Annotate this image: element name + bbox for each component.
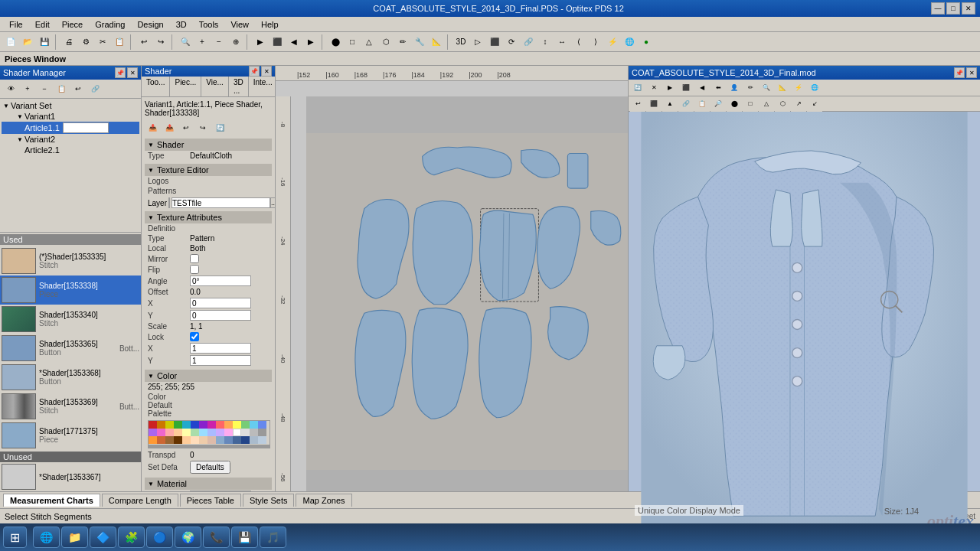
3d-tb21[interactable]: △: [759, 96, 774, 112]
menu-tools[interactable]: Tools: [193, 18, 225, 31]
3d-tb13[interactable]: ↩: [630, 96, 645, 112]
print-button[interactable]: 🖨: [61, 34, 77, 50]
color-cell[interactable]: [157, 436, 165, 444]
menu-3d[interactable]: 3D: [170, 18, 193, 31]
tb-3d2[interactable]: ▷: [470, 34, 485, 50]
3d-tb11[interactable]: ⚡: [791, 80, 806, 96]
view3d-pin[interactable]: 📌: [954, 67, 965, 78]
color-cell[interactable]: [250, 436, 258, 444]
taskbar-app6[interactable]: 💾: [231, 527, 258, 548]
color-cell[interactable]: [258, 429, 266, 436]
shader-tb2[interactable]: 📤: [162, 120, 177, 135]
3d-tb7[interactable]: 👤: [727, 80, 742, 96]
tb-3d9[interactable]: ⟩: [588, 34, 603, 50]
tb-3d10[interactable]: ⚡: [605, 34, 620, 50]
shader-row-1353368[interactable]: *Shader[1353368] Button: [0, 363, 141, 392]
tb-3d8[interactable]: ⟨: [571, 34, 586, 50]
save-button[interactable]: 💾: [37, 34, 52, 50]
tb-btn5[interactable]: ↪: [153, 34, 168, 50]
tb-btn4[interactable]: ↩: [136, 34, 152, 50]
tb-3d3[interactable]: ⬛: [487, 34, 502, 50]
shader-row-1353365[interactable]: Shader[1353365] Button Bott...: [0, 334, 141, 363]
menu-file[interactable]: File: [3, 18, 29, 31]
color-cell[interactable]: [224, 436, 233, 444]
taskbar-app3[interactable]: 🔵: [146, 527, 173, 548]
3d-tb8[interactable]: ✏: [743, 80, 758, 96]
color-cell[interactable]: [224, 429, 233, 436]
menu-design[interactable]: Design: [131, 18, 169, 31]
3d-tb15[interactable]: ▲: [662, 96, 678, 112]
shader-tb3[interactable]: ↩: [178, 120, 194, 135]
color-cell[interactable]: [241, 436, 250, 444]
color-cell[interactable]: [149, 421, 157, 429]
tab-3d[interactable]: 3D ...: [229, 77, 249, 96]
article1-item[interactable]: Article1.1: [2, 122, 139, 134]
color-cell[interactable]: [216, 429, 224, 436]
tb-3d6[interactable]: ↕: [537, 34, 553, 50]
tab-inte[interactable]: Inte...: [249, 77, 276, 96]
taskbar-files[interactable]: 📁: [61, 527, 88, 548]
view3d-close[interactable]: ✕: [966, 67, 977, 78]
3d-tb20[interactable]: □: [743, 96, 758, 112]
shader-row-unused-1353367[interactable]: *Shader[1353367]: [0, 462, 141, 491]
tb-btn3[interactable]: 📋: [112, 34, 127, 50]
color-cell[interactable]: [174, 421, 182, 429]
color-cell[interactable]: [191, 429, 199, 436]
article1-input[interactable]: [63, 122, 109, 133]
3d-tb22[interactable]: ⬡: [775, 96, 790, 112]
color-cell[interactable]: [233, 429, 241, 436]
taskbar-app4[interactable]: 🌍: [175, 527, 201, 548]
color-cell[interactable]: [199, 421, 207, 429]
tb-btn12[interactable]: ◀: [286, 34, 302, 50]
3d-tb2[interactable]: ✕: [646, 80, 662, 96]
menu-edit[interactable]: Edit: [29, 18, 56, 31]
minimize-button[interactable]: —: [931, 2, 945, 15]
shader-row-1353340[interactable]: Shader[1353340] Stitch: [0, 305, 141, 334]
variant1-item[interactable]: ▼ Variant1: [2, 111, 139, 122]
menu-view[interactable]: View: [224, 18, 255, 31]
lock-checkbox[interactable]: [190, 332, 199, 341]
color-cell[interactable]: [241, 429, 250, 436]
shader-tb1[interactable]: 📥: [145, 120, 160, 135]
3d-tb9[interactable]: 🔍: [759, 80, 774, 96]
color-cell[interactable]: [165, 436, 174, 444]
flip-checkbox[interactable]: [190, 265, 199, 274]
layer-input[interactable]: [172, 197, 270, 208]
3d-tb6[interactable]: ⬅: [710, 80, 726, 96]
color-cell[interactable]: [199, 429, 207, 436]
color-cell[interactable]: [233, 436, 241, 444]
3d-tb14[interactable]: ⬛: [646, 96, 662, 112]
color-cell[interactable]: [182, 429, 191, 436]
x-input[interactable]: [190, 298, 251, 308]
y-input[interactable]: [190, 310, 251, 321]
color-cell[interactable]: [174, 436, 182, 444]
new-button[interactable]: 📄: [3, 34, 18, 50]
sm-btn6[interactable]: 🔗: [87, 81, 103, 96]
color-cell[interactable]: [157, 421, 165, 429]
shader-row-1771375[interactable]: Shader[1771375] Piece: [0, 421, 141, 450]
sm-btn2[interactable]: +: [20, 81, 35, 96]
taskbar-app5[interactable]: 📞: [203, 527, 230, 548]
mirror-checkbox[interactable]: [190, 254, 199, 263]
color-cell[interactable]: [216, 421, 224, 429]
tb-btn18[interactable]: ✏: [395, 34, 410, 50]
maximize-button[interactable]: □: [946, 2, 960, 15]
3d-tb23[interactable]: ↗: [791, 96, 806, 112]
3d-tb24[interactable]: ↙: [807, 96, 822, 112]
angle-input[interactable]: [190, 276, 251, 286]
tb-btn2[interactable]: ✂: [95, 34, 110, 50]
color-cell[interactable]: [182, 421, 191, 429]
canvas-main[interactable]: [306, 96, 628, 491]
texture-editor-header[interactable]: ▼ Texture Editor: [145, 164, 272, 176]
color-cell[interactable]: [207, 436, 216, 444]
tb-btn9[interactable]: ⊕: [228, 34, 243, 50]
tb-3d4[interactable]: ⟳: [504, 34, 519, 50]
tb-btn11[interactable]: ⬛: [270, 34, 285, 50]
3d-tb3[interactable]: ▶: [662, 80, 678, 96]
3d-tb1[interactable]: 🔄: [630, 80, 645, 96]
shader-panel-close[interactable]: ✕: [261, 66, 272, 77]
lock-x-input[interactable]: [190, 343, 251, 354]
tab-pieces-table[interactable]: Pieces Table: [180, 494, 241, 507]
sm-btn1[interactable]: 👁: [3, 81, 18, 96]
shader-row-1353338[interactable]: Shader[1353338] Piece: [0, 276, 141, 305]
